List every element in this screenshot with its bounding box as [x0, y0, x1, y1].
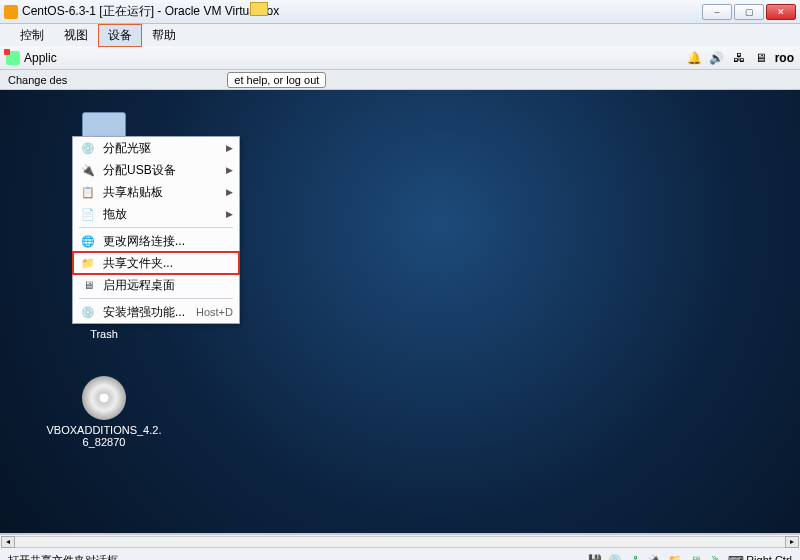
window-titlebar: CentOS-6.3-1 [正在运行] - Oracle VM VirtualB…	[0, 0, 800, 24]
applications-icon[interactable]	[6, 51, 20, 65]
menu-item-label: 分配光驱	[103, 140, 151, 157]
menu-item-label: 共享文件夹...	[103, 255, 173, 272]
applications-label[interactable]: Applic	[24, 51, 57, 65]
display-indicator-icon: 🖥	[688, 553, 702, 560]
usb-indicator-icon: 🔌	[648, 553, 662, 560]
net-indicator-icon: 🖧	[628, 553, 642, 560]
network-icon[interactable]: 🖧	[731, 50, 747, 66]
menu-help[interactable]: 帮助	[142, 24, 186, 47]
mouse-capture-indicator-icon: 🖱	[708, 553, 722, 560]
display-icon[interactable]: 🖥	[753, 50, 769, 66]
virtualbox-icon	[4, 5, 18, 19]
menu-item-icon: 📄	[81, 207, 95, 221]
shared-folder-indicator-icon: 📁	[668, 553, 682, 560]
menu-item[interactable]: 🖥启用远程桌面	[73, 274, 239, 296]
change-desktop-label: Change des	[8, 74, 67, 86]
menu-item-icon: 📋	[81, 185, 95, 199]
submenu-arrow-icon: ▶	[226, 209, 233, 219]
scroll-left-button[interactable]: ◂	[1, 536, 15, 548]
note-icon[interactable]	[250, 2, 268, 16]
window-buttons: – ▢ ✕	[702, 4, 796, 20]
cd-indicator-icon: 💿	[608, 553, 622, 560]
guest-secondary-bar: Change des et help, or log out	[0, 70, 800, 90]
menu-item-label: 共享粘贴板	[103, 184, 163, 201]
menu-item[interactable]: 💿安装增强功能...Host+D	[73, 301, 239, 323]
scrollbar-track[interactable]: ◂ ▸	[14, 536, 786, 548]
guest-desktop[interactable]: Con root' Trash VBOXADDITIONS_4.2.6_8287…	[0, 90, 800, 534]
minimize-button[interactable]: –	[702, 4, 732, 20]
menu-control[interactable]: 控制	[10, 24, 54, 47]
menu-item-label: 安装增强功能...	[103, 304, 185, 321]
guest-top-panel: Applic 🔔 🔊 🖧 🖥 roo	[0, 46, 800, 70]
logout-hint-tooltip: et help, or log out	[227, 72, 326, 88]
menu-item[interactable]: 📋共享粘贴板▶	[73, 181, 239, 203]
hdd-indicator-icon: 💾	[588, 553, 602, 560]
menu-item[interactable]: 💿分配光驱▶	[73, 137, 239, 159]
menu-separator	[79, 227, 233, 228]
menu-item-label: 更改网络连接...	[103, 233, 185, 250]
host-key-indicator: ⌨ Right Ctrl	[728, 554, 792, 561]
host-menubar: 控制 视图 设备 帮助	[0, 24, 800, 46]
scroll-right-button[interactable]: ▸	[785, 536, 799, 548]
menu-item-icon: 🔌	[81, 163, 95, 177]
menu-item-icon: 💿	[81, 141, 95, 155]
menu-item-icon: 📁	[81, 256, 95, 270]
status-hint: 打开共享文件夹对话框	[8, 553, 118, 561]
user-label[interactable]: roo	[775, 51, 794, 65]
devices-menu-dropdown: 💿分配光驱▶🔌分配USB设备▶📋共享粘贴板▶📄拖放▶🌐更改网络连接...📁共享文…	[72, 136, 240, 324]
close-button[interactable]: ✕	[766, 4, 796, 20]
menu-item-icon: 🖥	[81, 278, 95, 292]
menu-view[interactable]: 视图	[54, 24, 98, 47]
alert-icon[interactable]: 🔔	[687, 50, 703, 66]
menu-item-shortcut: Host+D	[196, 306, 233, 318]
maximize-button[interactable]: ▢	[734, 4, 764, 20]
menu-item[interactable]: 📄拖放▶	[73, 203, 239, 225]
menu-separator	[79, 298, 233, 299]
menu-item-label: 拖放	[103, 206, 127, 223]
icon-label: VBOXADDITIONS_4.2.6_82870	[44, 424, 164, 448]
menu-devices[interactable]: 设备	[98, 24, 142, 47]
icon-label: Trash	[44, 328, 164, 340]
volume-icon[interactable]: 🔊	[709, 50, 725, 66]
menu-item[interactable]: 🔌分配USB设备▶	[73, 159, 239, 181]
desktop-icon-disc[interactable]: VBOXADDITIONS_4.2.6_82870	[44, 376, 164, 448]
menu-item[interactable]: 📁共享文件夹...	[73, 252, 239, 274]
submenu-arrow-icon: ▶	[226, 165, 233, 175]
host-key-label: Right Ctrl	[746, 554, 792, 560]
menu-item-label: 分配USB设备	[103, 162, 176, 179]
submenu-arrow-icon: ▶	[226, 187, 233, 197]
cd-icon	[82, 376, 126, 420]
keyboard-icon: ⌨	[728, 554, 744, 561]
submenu-arrow-icon: ▶	[226, 143, 233, 153]
horizontal-scrollbar[interactable]: ◂ ▸	[0, 534, 800, 548]
window-title: CentOS-6.3-1 [正在运行] - Oracle VM VirtualB…	[22, 3, 279, 20]
host-statusbar: 打开共享文件夹对话框 💾 💿 🖧 🔌 📁 🖥 🖱 ⌨ Right Ctrl	[0, 548, 800, 560]
menu-item-icon: 💿	[81, 305, 95, 319]
menu-item[interactable]: 🌐更改网络连接...	[73, 230, 239, 252]
menu-item-icon: 🌐	[81, 234, 95, 248]
menu-item-label: 启用远程桌面	[103, 277, 175, 294]
